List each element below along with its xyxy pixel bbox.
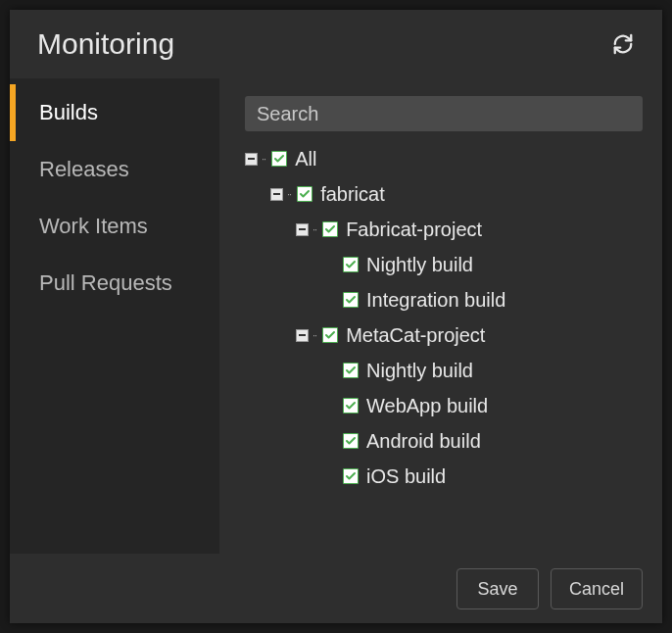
monitoring-panel: Monitoring BuildsReleasesWork ItemsPull … [10, 10, 662, 623]
checkbox[interactable] [343, 398, 359, 414]
tree-node-label: fabricat [320, 183, 385, 206]
search-input[interactable] [245, 96, 643, 131]
sidebar-tab-label: Releases [39, 157, 129, 182]
tree-node: ··Fabricat-project [245, 212, 643, 247]
tree-node: Nightly build [245, 353, 643, 388]
tree-connector: ·· [312, 223, 316, 235]
tree-node-label: All [295, 148, 316, 170]
panel-header: Monitoring [10, 10, 662, 78]
checkbox[interactable] [297, 186, 312, 202]
checkbox[interactable] [343, 292, 359, 308]
tree-node: Android build [245, 423, 643, 459]
sidebar-tab-label: Pull Requests [39, 270, 172, 296]
tree-node-label: Nightly build [366, 254, 473, 276]
tree-node: ··MetaCat-project [245, 317, 643, 353]
refresh-icon [612, 33, 634, 55]
sidebar-tab-label: Builds [39, 100, 98, 125]
tree-node-label: MetaCat-project [346, 324, 485, 347]
checkbox[interactable] [343, 468, 359, 484]
sidebar-tab-label: Work Items [39, 214, 148, 239]
tree-node: WebApp build [245, 388, 643, 423]
checkbox[interactable] [343, 433, 359, 449]
build-tree: ··All··fabricat··Fabricat-projectNightly… [245, 141, 643, 494]
tree-node: ··All [245, 141, 643, 176]
sidebar-tab-pull-requests[interactable]: Pull Requests [10, 255, 219, 312]
sidebar: BuildsReleasesWork ItemsPull Requests [10, 78, 219, 554]
collapse-toggle[interactable] [296, 329, 309, 342]
checkbox[interactable] [322, 327, 338, 343]
tree-node: iOS build [245, 459, 643, 494]
checkbox[interactable] [322, 221, 338, 237]
tree-node-label: Android build [366, 430, 481, 453]
checkbox[interactable] [343, 363, 359, 378]
checkbox[interactable] [271, 151, 287, 167]
panel-title: Monitoring [37, 27, 174, 61]
refresh-button[interactable] [611, 32, 635, 56]
sidebar-tab-work-items[interactable]: Work Items [10, 198, 219, 255]
collapse-toggle[interactable] [296, 223, 309, 236]
tree-node: Nightly build [245, 247, 643, 282]
sidebar-tab-builds[interactable]: Builds [10, 84, 219, 141]
checkbox[interactable] [343, 257, 359, 272]
tree-connector: ·· [287, 188, 291, 200]
tree-connector: ·· [262, 153, 265, 165]
sidebar-tab-releases[interactable]: Releases [10, 141, 219, 198]
collapse-toggle[interactable] [245, 153, 258, 166]
tree-connector: ·· [312, 329, 316, 341]
panel-footer: Save Cancel [10, 554, 662, 623]
collapse-toggle[interactable] [270, 188, 283, 201]
tree-node-label: Integration build [366, 289, 505, 312]
tree-node-label: Fabricat-project [346, 219, 482, 241]
cancel-button[interactable]: Cancel [551, 568, 643, 609]
panel-body: BuildsReleasesWork ItemsPull Requests ··… [10, 78, 662, 554]
tree-node-label: WebApp build [366, 395, 488, 417]
save-button[interactable]: Save [456, 568, 539, 609]
main-content: ··All··fabricat··Fabricat-projectNightly… [219, 78, 662, 554]
tree-node: Integration build [245, 282, 643, 317]
tree-node-label: Nightly build [366, 360, 473, 382]
tree-node: ··fabricat [245, 176, 643, 212]
tree-node-label: iOS build [366, 465, 446, 488]
